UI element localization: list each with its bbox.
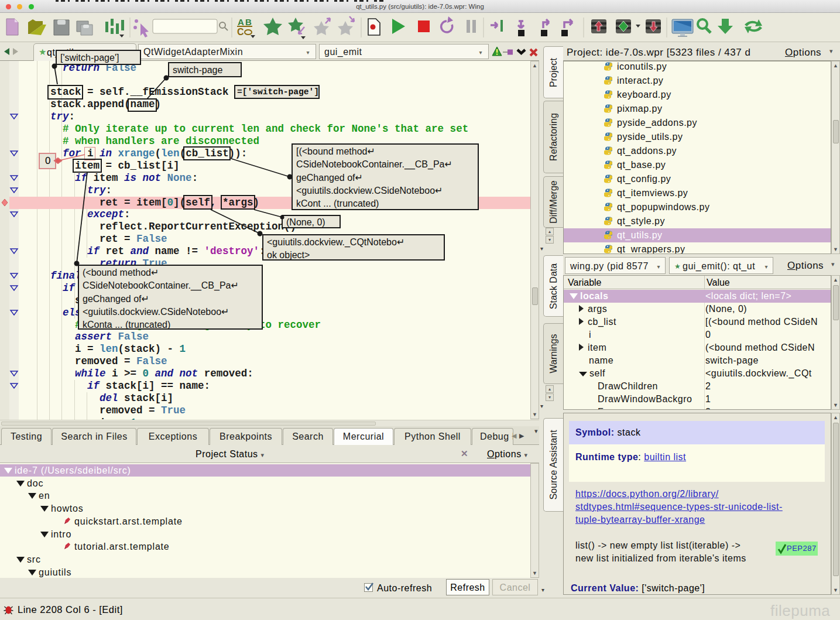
svg-text:B: B — [245, 17, 252, 27]
svg-text:C: C — [237, 27, 244, 37]
svg-text:A: A — [238, 17, 244, 27]
